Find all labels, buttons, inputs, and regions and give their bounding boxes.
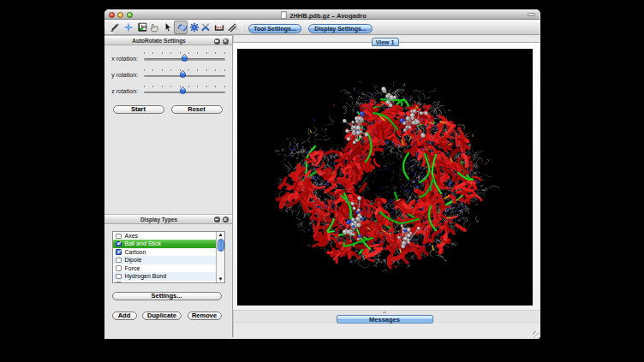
- svg-text:bo: bo: [140, 24, 146, 29]
